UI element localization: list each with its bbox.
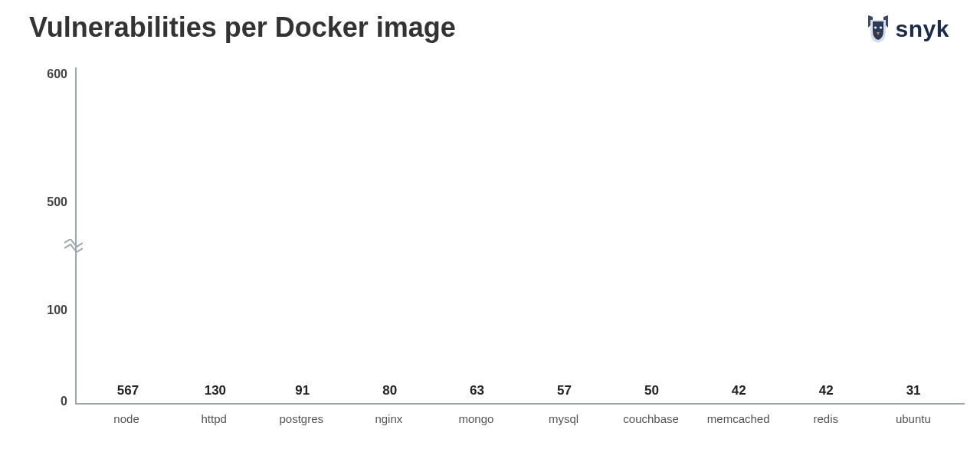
y-tick: 100	[29, 303, 67, 317]
plot-area: 5671309180635750424231	[75, 67, 965, 405]
x-tick-label: nginx	[345, 405, 432, 435]
y-axis: 600 500 100 0	[29, 67, 75, 405]
bar-value-label: 57	[557, 383, 572, 398]
bar-value-label: 91	[295, 383, 310, 398]
bar-slot: 91	[259, 383, 346, 403]
x-tick-label: postgres	[257, 405, 345, 435]
bar-value-label: 130	[205, 383, 226, 398]
x-axis: nodehttpdpostgresnginxmongomysqlcouchbas…	[75, 405, 965, 435]
bar-slot: 42	[695, 383, 782, 403]
y-tick: 600	[29, 67, 67, 81]
snyk-dog-icon	[865, 14, 891, 44]
x-tick-label: node	[83, 405, 170, 435]
y-tick: 0	[29, 395, 67, 408]
bar-slot: 57	[521, 383, 608, 403]
svg-point-0	[874, 26, 877, 28]
bar-slot: 130	[172, 383, 259, 403]
bar-value-label: 567	[117, 383, 139, 398]
x-tick-label: mysql	[519, 405, 607, 435]
bar-slot: 42	[782, 383, 870, 403]
x-tick-label: couchbase	[608, 405, 695, 435]
bar-value-label: 42	[819, 383, 834, 398]
bar-value-label: 42	[732, 383, 746, 398]
y-tick: 500	[29, 195, 67, 209]
bar-slot: 567	[84, 383, 172, 403]
x-tick-label: ubuntu	[870, 405, 957, 435]
bar-value-label: 50	[644, 383, 659, 398]
bar-value-label: 31	[906, 383, 921, 398]
bar-slot: 31	[870, 383, 957, 403]
x-tick-label: redis	[782, 405, 870, 435]
bar-slot: 50	[608, 383, 695, 403]
x-tick-label: mongo	[432, 405, 519, 435]
bar-slot: 80	[346, 383, 434, 403]
bar-slot: 63	[434, 383, 521, 403]
x-tick-label: memcached	[695, 405, 782, 435]
bar-value-label: 80	[382, 383, 397, 398]
brand-name: snyk	[896, 16, 949, 42]
x-tick-label: httpd	[170, 405, 257, 435]
bar-value-label: 63	[470, 383, 484, 398]
page-title: Vulnerabilities per Docker image	[29, 14, 456, 41]
chart-container: 600 500 100 0 5671309180635750424231 nod…	[29, 67, 965, 435]
brand-logo: snyk	[865, 14, 949, 44]
svg-point-1	[880, 26, 882, 28]
